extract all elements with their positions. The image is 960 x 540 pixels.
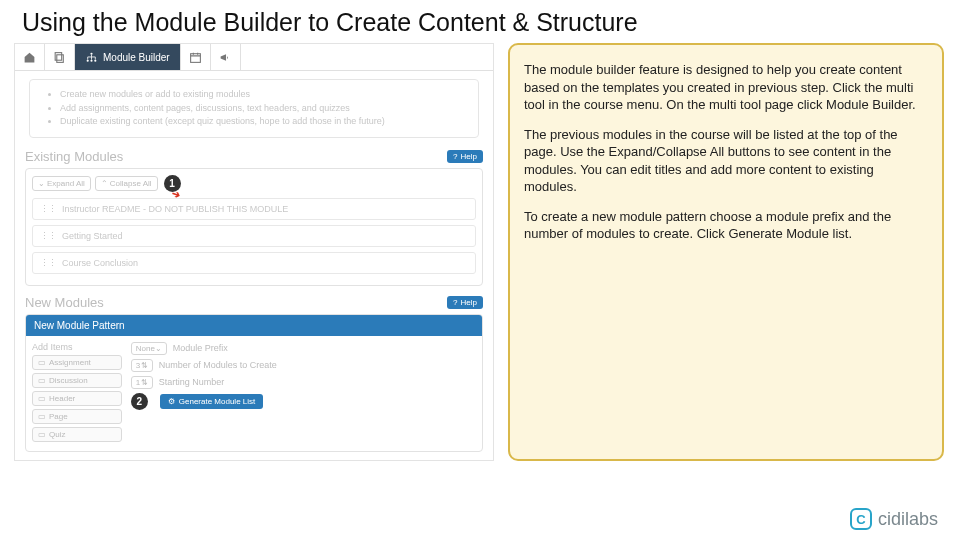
add-discussion-button[interactable]: ▭Discussion bbox=[32, 373, 122, 388]
megaphone-icon[interactable] bbox=[211, 44, 241, 70]
help-button[interactable]: ?Help bbox=[447, 150, 483, 163]
generate-module-list-button[interactable]: ⚙Generate Module List bbox=[160, 394, 264, 409]
bullet-item: Create new modules or add to existing mo… bbox=[60, 88, 466, 102]
brand-name: cidilabs bbox=[878, 509, 938, 530]
svg-point-4 bbox=[90, 59, 92, 61]
brand-badge: C bbox=[850, 508, 872, 530]
bullet-item: Duplicate existing content (except quiz … bbox=[60, 115, 466, 129]
info-paragraph: The module builder feature is designed t… bbox=[524, 61, 928, 114]
svg-point-5 bbox=[94, 59, 96, 61]
copy-icon[interactable] bbox=[45, 44, 75, 70]
module-row[interactable]: ⋮⋮Instructor README - DO NOT PUBLISH THI… bbox=[32, 198, 476, 220]
pattern-header: New Module Pattern bbox=[26, 315, 482, 336]
chevron-down-icon: ⌄ bbox=[38, 179, 45, 188]
add-quiz-button[interactable]: ▭Quiz bbox=[32, 427, 122, 442]
brand-logo: C cidilabs bbox=[850, 508, 938, 530]
add-assignment-button[interactable]: ▭Assignment bbox=[32, 355, 122, 370]
nav-active-label: Module Builder bbox=[103, 52, 170, 63]
add-page-button[interactable]: ▭Page bbox=[32, 409, 122, 424]
bullet-item: Add assignments, content pages, discussi… bbox=[60, 102, 466, 116]
sitemap-icon bbox=[85, 51, 98, 64]
svg-rect-1 bbox=[55, 52, 62, 60]
calendar-icon[interactable] bbox=[181, 44, 211, 70]
chat-icon: ▭ bbox=[38, 376, 46, 385]
module-builder-tab[interactable]: Module Builder bbox=[75, 44, 181, 70]
feature-bullets: Create new modules or add to existing mo… bbox=[29, 79, 479, 138]
grip-icon: ⋮⋮ bbox=[40, 258, 56, 268]
module-count-stepper[interactable]: 3⇅ bbox=[131, 359, 153, 372]
svg-rect-6 bbox=[190, 53, 200, 62]
add-items-title: Add Items bbox=[32, 342, 122, 352]
page-icon: ▭ bbox=[38, 412, 46, 421]
chevron-up-icon: ⌃ bbox=[101, 179, 108, 188]
stepper-icon: ⇅ bbox=[141, 378, 148, 387]
module-row[interactable]: ⋮⋮Getting Started bbox=[32, 225, 476, 247]
file-icon: ▭ bbox=[38, 358, 46, 367]
count-label: Number of Modules to Create bbox=[159, 360, 277, 370]
existing-modules-title: Existing Modules bbox=[25, 149, 123, 164]
svg-point-3 bbox=[87, 59, 89, 61]
prefix-label: Module Prefix bbox=[173, 343, 228, 353]
start-label: Starting Number bbox=[159, 377, 225, 387]
prefix-select[interactable]: None⌄ bbox=[131, 342, 167, 355]
collapse-all-button[interactable]: ⌃Collapse All bbox=[95, 176, 158, 191]
header-icon: ▭ bbox=[38, 394, 46, 403]
new-modules-title: New Modules bbox=[25, 295, 104, 310]
help-icon: ? bbox=[453, 298, 457, 307]
info-panel: The module builder feature is designed t… bbox=[508, 43, 944, 461]
help-button[interactable]: ?Help bbox=[447, 296, 483, 309]
grip-icon: ⋮⋮ bbox=[40, 204, 56, 214]
info-paragraph: To create a new module pattern choose a … bbox=[524, 208, 928, 243]
grip-icon: ⋮⋮ bbox=[40, 231, 56, 241]
add-header-button[interactable]: ▭Header bbox=[32, 391, 122, 406]
quiz-icon: ▭ bbox=[38, 430, 46, 439]
svg-point-2 bbox=[90, 52, 92, 54]
svg-rect-0 bbox=[57, 54, 64, 62]
starting-number-stepper[interactable]: 1⇅ bbox=[131, 376, 153, 389]
callout-2: 2 bbox=[131, 393, 148, 410]
gear-icon: ⚙ bbox=[168, 397, 175, 406]
callout-1: 1➔ bbox=[164, 175, 181, 192]
module-row[interactable]: ⋮⋮Course Conclusion bbox=[32, 252, 476, 274]
slide-title: Using the Module Builder to Create Conte… bbox=[0, 0, 960, 43]
chevron-down-icon: ⌄ bbox=[155, 344, 162, 353]
stepper-icon: ⇅ bbox=[141, 361, 148, 370]
help-icon: ? bbox=[453, 152, 457, 161]
info-paragraph: The previous modules in the course will … bbox=[524, 126, 928, 196]
expand-all-button[interactable]: ⌄Expand All bbox=[32, 176, 91, 191]
screenshot-mock: Module Builder Create new modules or add… bbox=[14, 43, 494, 461]
home-icon[interactable] bbox=[15, 44, 45, 70]
top-nav: Module Builder bbox=[15, 44, 493, 71]
